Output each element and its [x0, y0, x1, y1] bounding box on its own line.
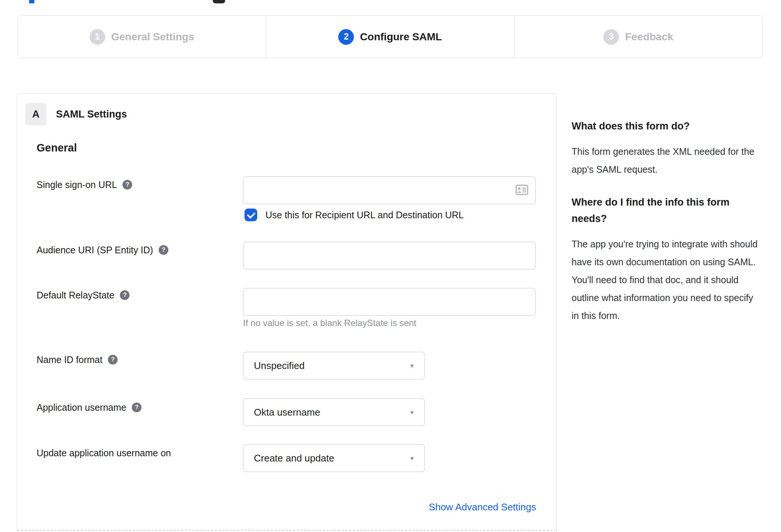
step-2-number: 2: [338, 29, 354, 45]
relay-state-hint: If no value is set, a blank RelayState i…: [243, 318, 416, 328]
relay-state-label-row: Default RelayState ?: [37, 288, 130, 302]
audience-uri-input[interactable]: [243, 242, 536, 269]
step-configure-saml[interactable]: 2 Configure SAML: [266, 16, 514, 58]
name-id-format-select[interactable]: Unspecified ▼: [243, 352, 425, 379]
chevron-down-icon: ▼: [409, 363, 415, 369]
step-general-settings[interactable]: 1 General Settings: [18, 16, 266, 58]
recipient-url-checkbox[interactable]: [245, 209, 257, 221]
name-id-format-help-icon[interactable]: ?: [108, 355, 118, 364]
name-id-format-value: Unspecified: [254, 360, 305, 372]
help-sidebar: What does this form do? This form genera…: [572, 118, 758, 340]
audience-uri-help-icon[interactable]: ?: [159, 245, 168, 255]
sidebar-answer-1: This form generates the XML needed for t…: [572, 143, 758, 178]
step-feedback[interactable]: 3 Feedback: [514, 16, 762, 58]
app-username-label-row: Application username ?: [37, 401, 141, 414]
sso-url-label-row: Single sign-on URL ?: [37, 178, 132, 191]
section-divider: [17, 530, 556, 531]
checkmark-icon: [247, 210, 255, 219]
name-id-format-label-row: Name ID format ?: [37, 353, 118, 366]
clipped-logo-fragment: [29, 0, 34, 3]
audience-uri-label-row: Audience URI (SP Entity ID) ?: [37, 243, 168, 257]
update-username-label-row: Update application username on: [37, 446, 171, 460]
relay-state-input[interactable]: [243, 288, 536, 316]
panel-title: SAML Settings: [56, 103, 127, 125]
sso-url-label: Single sign-on URL: [37, 179, 117, 190]
clipped-icon-fragment: [213, 0, 225, 3]
general-group-title: General: [37, 142, 77, 154]
sidebar-question-2: Where do I find the info this form needs…: [572, 194, 758, 227]
update-username-select[interactable]: Create and update ▼: [243, 444, 425, 472]
address-card-icon[interactable]: [516, 185, 528, 195]
audience-uri-label: Audience URI (SP Entity ID): [37, 245, 153, 256]
configure-saml-page: 1 General Settings 2 Configure SAML 3 Fe…: [0, 0, 781, 532]
step-3-number: 3: [603, 29, 619, 45]
relay-state-label: Default RelayState: [37, 290, 114, 301]
sso-url-input[interactable]: [243, 176, 536, 204]
step-1-number: 1: [90, 29, 105, 45]
sidebar-question-1: What does this form do?: [572, 118, 758, 134]
section-a-badge: A: [25, 103, 46, 125]
app-username-value: Okta username: [254, 407, 320, 418]
app-username-help-icon[interactable]: ?: [132, 403, 141, 412]
sso-url-input-wrap: [243, 176, 536, 204]
chevron-down-icon: ▼: [409, 409, 415, 416]
step-2-label: Configure SAML: [360, 31, 442, 43]
recipient-url-checkbox-label[interactable]: Use this for Recipient URL and Destinati…: [265, 209, 464, 221]
sso-url-help-icon[interactable]: ?: [122, 180, 132, 190]
step-1-label: General Settings: [111, 31, 195, 43]
relay-state-help-icon[interactable]: ?: [120, 290, 130, 300]
wizard-step-bar: 1 General Settings 2 Configure SAML 3 Fe…: [18, 15, 763, 58]
name-id-format-label: Name ID format: [37, 354, 102, 365]
update-username-label: Update application username on: [37, 448, 171, 459]
show-advanced-settings-link[interactable]: Show Advanced Settings: [429, 501, 536, 513]
sidebar-answer-2: The app you're trying to integrate with …: [572, 235, 758, 325]
update-username-value: Create and update: [254, 453, 334, 464]
step-3-label: Feedback: [625, 31, 673, 43]
app-username-select[interactable]: Okta username ▼: [243, 398, 425, 426]
app-username-label: Application username: [37, 402, 126, 413]
chevron-down-icon: ▼: [409, 455, 415, 461]
